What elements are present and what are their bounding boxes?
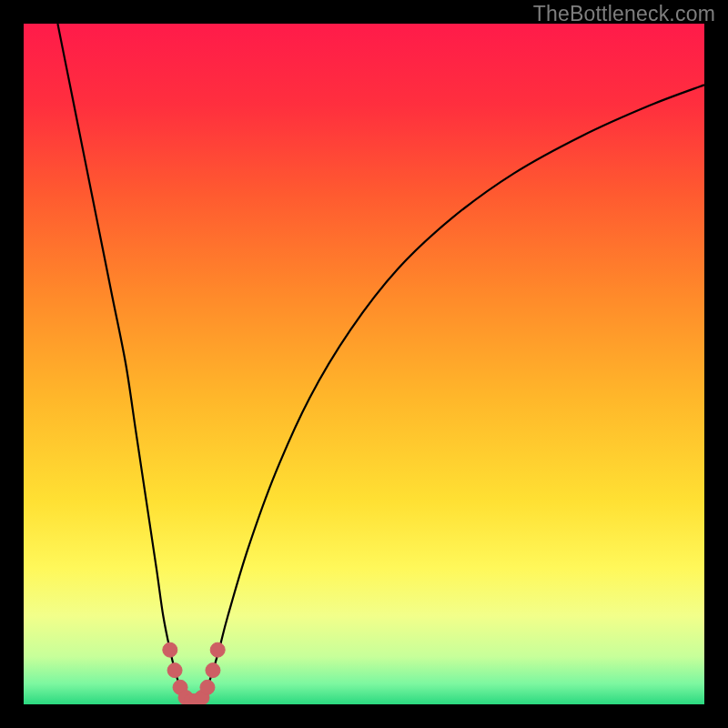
data-marker	[200, 680, 215, 694]
chart-frame: TheBottleneck.com	[0, 0, 728, 728]
data-marker	[206, 663, 220, 678]
data-marker	[210, 642, 225, 657]
plot-area	[24, 24, 704, 704]
bottleneck-chart	[24, 24, 704, 704]
watermark-text: TheBottleneck.com	[533, 2, 715, 26]
data-marker	[167, 663, 182, 678]
data-marker	[163, 642, 177, 657]
